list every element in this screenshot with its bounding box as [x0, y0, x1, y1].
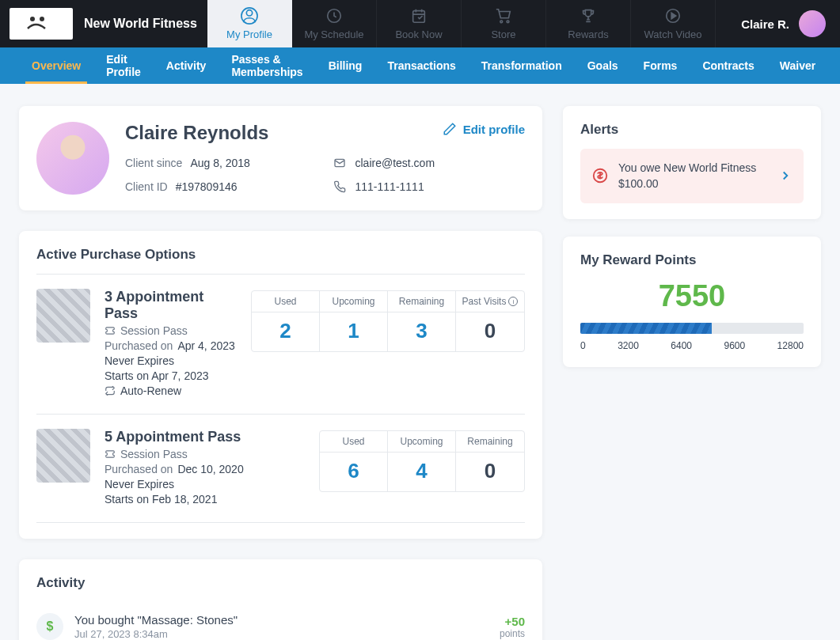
tab-notifications[interactable]: Notifications [831, 47, 840, 84]
pass-thumbnail [36, 429, 90, 483]
side-column: Alerts You owe New World Fitness $100.00… [563, 106, 821, 367]
nav-my-profile[interactable]: My Profile [207, 0, 292, 47]
rewards-value: 7550 [580, 279, 804, 313]
pencil-icon [443, 122, 457, 136]
svg-point-0 [30, 17, 35, 21]
ticket-icon [105, 325, 116, 336]
svg-point-6 [500, 21, 503, 23]
passes-card: Active Purchase Options 3 Appointment Pa… [19, 231, 542, 539]
dollar-icon: $ [36, 613, 63, 640]
info-icon: i [508, 297, 518, 306]
rewards-card: My Reward Points 7550 032006400960012800 [563, 237, 821, 367]
dollar-circle-icon [591, 167, 609, 184]
tab-waiver[interactable]: Waiver [770, 47, 825, 84]
activity-item: $You bought "Massage: Stones"Jul 27, 202… [36, 602, 525, 640]
profile-subnav: OverviewEdit ProfileActivityPasses & Mem… [0, 47, 840, 84]
rewards-progress-fill [580, 323, 712, 334]
nav-items: My ProfileMy ScheduleBook NowStoreReward… [207, 0, 727, 47]
content: Claire Reynolds Edit profile Client sinc… [0, 84, 840, 640]
nav-book-now[interactable]: Book Now [377, 0, 462, 47]
tab-billing[interactable]: Billing [319, 47, 372, 84]
tab-transformation[interactable]: Transformation [472, 47, 572, 84]
pass-stats: Used2Upcoming1Remaining3Past Visits i0 [251, 290, 525, 352]
calendar-icon [410, 7, 428, 25]
nav-rewards[interactable]: Rewards [546, 0, 631, 47]
passes-title: Active Purchase Options [36, 247, 525, 263]
client-phone: 111-111-1111 [333, 180, 526, 193]
user-avatar [799, 10, 826, 37]
pass-title: 3 Appointment Pass [105, 289, 237, 322]
tab-goals[interactable]: Goals [578, 47, 628, 84]
tab-edit-profile[interactable]: Edit Profile [97, 47, 150, 84]
main-column: Claire Reynolds Edit profile Client sinc… [19, 106, 542, 640]
user-menu[interactable]: Claire R. [727, 0, 840, 47]
ticket-icon [105, 449, 116, 460]
alert-text: You owe New World Fitness $100.00 [618, 160, 769, 192]
pass-item: 5 Appointment PassSession PassPurchased … [36, 414, 525, 523]
trophy-icon [580, 7, 597, 25]
svg-point-1 [40, 17, 44, 21]
top-navigation: New World Fitness My ProfileMy ScheduleB… [0, 0, 840, 47]
brand-name: New World Fitness [84, 16, 197, 32]
client-email: claire@test.com [333, 157, 526, 169]
tab-activity[interactable]: Activity [157, 47, 216, 84]
brand-logo [10, 8, 73, 40]
profile-name: Claire Reynolds [125, 122, 268, 144]
activity-title: Activity [36, 575, 525, 591]
tab-transactions[interactable]: Transactions [378, 47, 465, 84]
alerts-card: Alerts You owe New World Fitness $100.00 [563, 106, 821, 219]
pass-thumbnail [36, 289, 90, 343]
rewards-progress [580, 323, 804, 334]
svg-point-7 [507, 21, 509, 23]
tab-contracts[interactable]: Contracts [693, 47, 763, 84]
profile-card: Claire Reynolds Edit profile Client sinc… [19, 106, 542, 210]
tab-overview[interactable]: Overview [22, 47, 90, 84]
nav-my-schedule[interactable]: My Schedule [292, 0, 377, 47]
pass-item: 3 Appointment PassSession PassPurchased … [36, 274, 525, 414]
clock-icon [325, 7, 343, 25]
chevron-right-icon [778, 169, 792, 183]
svg-point-2 [246, 10, 252, 16]
edit-profile-link[interactable]: Edit profile [443, 122, 525, 136]
brand-block: New World Fitness [0, 0, 207, 47]
tab-forms[interactable]: Forms [634, 47, 687, 84]
svg-rect-5 [413, 11, 425, 23]
profile-icon [241, 7, 258, 25]
pass-stats: Used6Upcoming4Remaining0 [319, 430, 525, 492]
phone-icon [333, 180, 346, 193]
alert-item[interactable]: You owe New World Fitness $100.00 [580, 149, 804, 203]
alerts-title: Alerts [580, 122, 804, 138]
client-id: Client ID #197809146 [125, 180, 317, 193]
profile-info: Claire Reynolds Edit profile Client sinc… [125, 122, 525, 195]
user-display-name: Claire R. [741, 17, 789, 31]
profile-avatar [36, 122, 109, 195]
nav-store[interactable]: Store [462, 0, 546, 47]
cart-icon [495, 7, 512, 25]
play-icon [664, 7, 682, 25]
rewards-scale: 032006400960012800 [580, 340, 804, 351]
client-since: Client since Aug 8, 2018 [125, 157, 317, 169]
mail-icon [333, 157, 346, 169]
rewards-title: My Reward Points [580, 252, 804, 268]
pass-title: 5 Appointment Pass [105, 429, 305, 445]
nav-watch-video[interactable]: Watch Video [631, 0, 716, 47]
tab-passes-memberships[interactable]: Passes & Memberships [222, 47, 312, 84]
repeat-icon [105, 385, 116, 396]
activity-card: Activity $You bought "Massage: Stones"Ju… [19, 559, 542, 640]
